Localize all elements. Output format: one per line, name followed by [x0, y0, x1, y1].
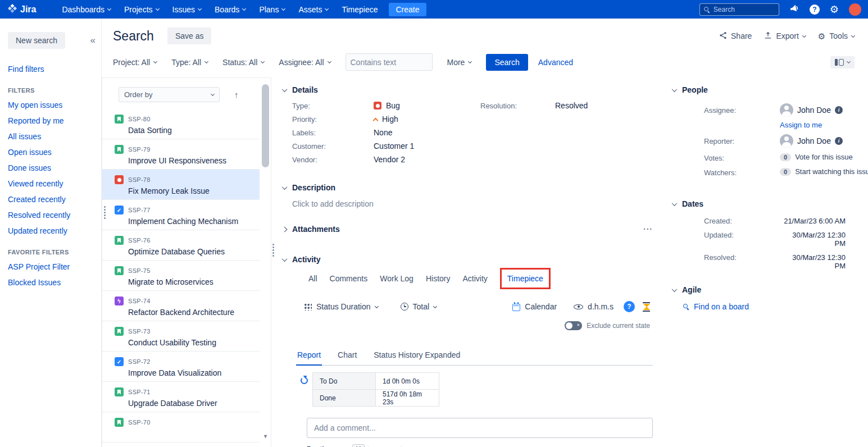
new-search-row: New search	[8, 32, 101, 49]
description-section-header[interactable]: Description	[283, 183, 653, 192]
gear-icon[interactable]: ⚙	[830, 4, 839, 15]
scroll-down-icon[interactable]	[263, 434, 268, 439]
issue-row[interactable]: SSP-77 Implement Caching Mechanism	[102, 200, 260, 230]
start-watching-link[interactable]: Start watching this issue	[795, 167, 868, 176]
refresh-icon[interactable]	[301, 377, 308, 384]
people-section-header[interactable]: People	[672, 85, 868, 94]
user-avatar[interactable]	[849, 3, 861, 16]
view-switcher-button[interactable]	[830, 56, 855, 69]
favorite-filter-link[interactable]: ASP Project Filter	[8, 263, 101, 271]
tab-report[interactable]: Report	[296, 350, 322, 366]
reporter-name[interactable]: John Doe	[797, 136, 831, 145]
filter-link[interactable]: Done issues	[8, 164, 101, 172]
help-icon[interactable]: ?	[810, 4, 820, 15]
panel-resize-handle[interactable]	[104, 206, 106, 219]
save-as-button[interactable]: Save as	[167, 28, 212, 44]
chevron-down-icon	[325, 7, 329, 11]
status-duration-dropdown[interactable]: Status Duration	[304, 302, 378, 311]
status-duration-table: To Do 1d 0h 0m 0s Done 517d 0h 18m 23s	[312, 372, 439, 407]
issue-row[interactable]: SSP-78 Fix Memory Leak Issue	[102, 170, 260, 200]
filter-link[interactable]: Viewed recently	[8, 180, 101, 188]
tools-button[interactable]: ⚙ Tools	[818, 31, 855, 40]
issue-row[interactable]: SSP-74 Refactor Backend Architecture	[102, 291, 260, 321]
assignee-filter-dropdown[interactable]: Assignee: All	[279, 58, 330, 67]
tab-timepiece[interactable]: Timepiece	[507, 274, 543, 283]
tab-comments[interactable]: Comments	[330, 274, 368, 283]
nav-menu-item[interactable]: Boards	[208, 0, 252, 19]
vote-link[interactable]: Vote for this issue	[795, 153, 853, 161]
add-comment-input[interactable]	[307, 418, 653, 438]
tab-chart[interactable]: Chart	[337, 350, 358, 365]
tab-status-history-expanded[interactable]: Status History Expanded	[372, 350, 461, 365]
nav-menu-item[interactable]: Assets	[292, 0, 335, 19]
navbar-search-box[interactable]	[699, 3, 779, 16]
help-icon[interactable]: ?	[624, 301, 635, 312]
export-button[interactable]: Export	[764, 31, 805, 41]
tab-all[interactable]: All	[308, 274, 317, 283]
tab-history[interactable]: History	[426, 274, 451, 283]
filter-link[interactable]: Open issues	[8, 148, 101, 157]
find-on-board-link[interactable]: Find on a board	[694, 302, 749, 311]
total-dropdown[interactable]: Total	[401, 302, 437, 311]
exclude-current-state-toggle[interactable]	[565, 321, 582, 330]
filter-link[interactable]: Reported by me	[8, 117, 101, 125]
filter-link[interactable]: Resolved recently	[8, 211, 101, 220]
collapse-sidebar-icon[interactable]	[90, 35, 96, 46]
find-filters-link[interactable]: Find filters	[8, 65, 101, 74]
more-options-icon[interactable]	[643, 225, 653, 234]
info-icon[interactable]: i	[835, 137, 843, 145]
filter-link[interactable]: All issues	[8, 133, 101, 141]
dates-section-header[interactable]: Dates	[672, 199, 868, 208]
assign-to-me-link[interactable]: Assign to me	[780, 121, 843, 129]
advanced-search-link[interactable]: Advanced	[538, 58, 573, 67]
issue-list-scrollbar[interactable]	[262, 83, 269, 445]
megaphone-icon[interactable]	[789, 4, 799, 15]
nav-item-timepiece[interactable]: Timepiece	[335, 0, 384, 19]
issue-row[interactable]: SSP-71 Upgrade Database Driver	[102, 382, 260, 412]
activity-section-header[interactable]: Activity	[283, 255, 653, 264]
issue-row[interactable]: SSP-70	[102, 412, 260, 443]
details-section-header[interactable]: Details	[283, 85, 653, 94]
favorite-filter-link[interactable]: Blocked Issues	[8, 279, 101, 287]
project-filter-dropdown[interactable]: Project: All	[113, 58, 157, 67]
issue-row[interactable]: SSP-72 Improve Data Visualization	[102, 352, 260, 382]
scrollbar-thumb[interactable]	[262, 84, 269, 167]
filter-link[interactable]: Updated recently	[8, 227, 101, 235]
issue-row-top: SSP-75	[115, 266, 255, 275]
votes-row: Votes: 0 Vote for this issue	[704, 153, 868, 162]
filter-link[interactable]: My open issues	[8, 101, 101, 110]
nav-menu-item[interactable]: Issues	[166, 0, 208, 19]
tab-activity[interactable]: Activity	[462, 274, 487, 283]
order-by-select[interactable]: Order by	[119, 87, 220, 102]
hourglass-icon[interactable]	[643, 302, 650, 312]
description-placeholder[interactable]: Click to add description	[292, 199, 653, 208]
type-filter-dropdown[interactable]: Type: All	[171, 58, 208, 67]
new-search-button[interactable]: New search	[8, 32, 65, 49]
filter-link[interactable]: Created recently	[8, 195, 101, 204]
panel-resize-handle[interactable]	[272, 244, 274, 257]
issue-row[interactable]: SSP-80 Data Sorting	[102, 109, 260, 139]
info-icon[interactable]: i	[835, 106, 843, 114]
issue-row[interactable]: SSP-73 Conduct Usability Testing	[102, 321, 260, 352]
issue-row[interactable]: SSP-76 Optimize Database Queries	[102, 230, 260, 261]
calendar-button[interactable]: Calendar	[512, 302, 557, 311]
duration-format-button[interactable]: d.h.m.s	[574, 302, 613, 311]
jira-brand[interactable]: Jira	[8, 4, 36, 15]
attachments-section-header[interactable]: Attachments	[283, 225, 653, 234]
issue-row[interactable]: SSP-75 Migrate to Microservices	[102, 261, 260, 291]
nav-menu-item[interactable]: Plans	[252, 0, 292, 19]
tab-work-log[interactable]: Work Log	[380, 274, 413, 283]
nav-menu-item[interactable]: Projects	[117, 0, 166, 19]
status-filter-dropdown[interactable]: Status: All	[222, 58, 264, 67]
share-button[interactable]: Share	[719, 31, 752, 41]
create-button[interactable]: Create	[389, 3, 426, 16]
issue-row[interactable]: SSP-79 Improve UI Responsiveness	[102, 139, 260, 170]
more-filters-dropdown[interactable]: More	[447, 58, 472, 67]
navbar-search-input[interactable]	[714, 6, 775, 13]
assignee-name[interactable]: John Doe	[797, 106, 831, 115]
agile-section-header[interactable]: Agile	[672, 285, 868, 294]
sort-direction-icon[interactable]	[234, 90, 239, 99]
contains-text-input[interactable]	[346, 53, 433, 71]
nav-menu-item[interactable]: Dashboards	[55, 0, 117, 19]
search-button[interactable]: Search	[486, 54, 528, 71]
